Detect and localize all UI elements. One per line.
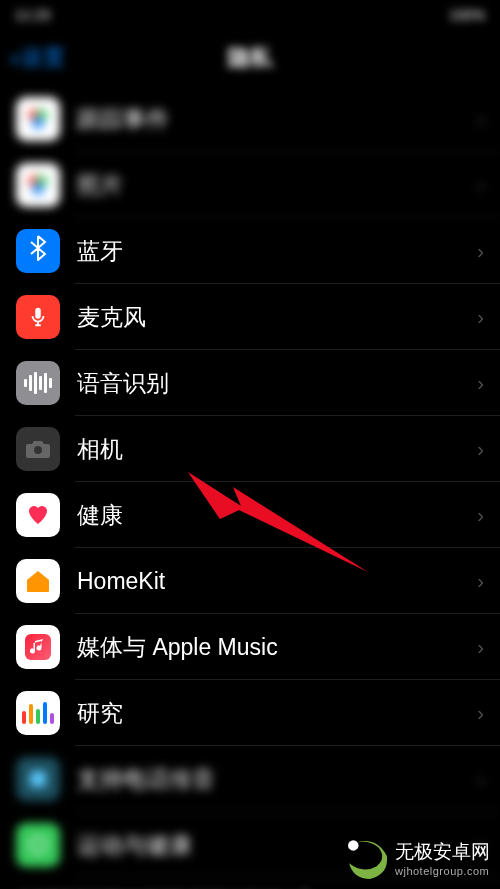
- camera-icon: [16, 427, 60, 471]
- app-icon: [16, 97, 60, 141]
- svg-point-11: [348, 840, 359, 851]
- status-left: 11:23: [15, 7, 50, 23]
- chevron-right-icon: ›: [477, 240, 484, 263]
- chevron-right-icon: ›: [477, 702, 484, 725]
- nav-bar: ‹ 设置 隐私: [0, 30, 500, 86]
- app-icon: [16, 163, 60, 207]
- list-item[interactable]: 照片›: [0, 152, 500, 218]
- back-button[interactable]: ‹ 设置: [10, 42, 65, 74]
- status-right: 100%: [449, 7, 485, 23]
- list-item[interactable]: 蓝牙›: [0, 218, 500, 284]
- chevron-right-icon: ›: [477, 570, 484, 593]
- app-icon: [16, 823, 60, 867]
- item-label: HomeKit: [77, 568, 477, 595]
- watermark-url: wjhotelgroup.com: [395, 865, 490, 877]
- chevron-right-icon: ›: [477, 504, 484, 527]
- bluetooth-icon: [16, 229, 60, 273]
- chevron-right-icon: ›: [477, 108, 484, 131]
- chevron-right-icon: ›: [477, 636, 484, 659]
- item-label: 跟踪事件: [77, 104, 477, 135]
- watermark: 无极安卓网 wjhotelgroup.com: [347, 837, 490, 879]
- chevron-left-icon: ‹: [10, 42, 19, 74]
- music-icon: [16, 625, 60, 669]
- svg-point-10: [30, 837, 46, 853]
- list-item[interactable]: 支持电话传音›: [0, 746, 500, 812]
- list-item[interactable]: 麦克风›: [0, 284, 500, 350]
- footer-text: 在使用某某应用时的某些数据可能会同步到上面。: [0, 878, 500, 889]
- watermark-name: 无极安卓网: [395, 839, 490, 865]
- health-icon: [16, 493, 60, 537]
- microphone-icon: [16, 295, 60, 339]
- research-icon: [16, 691, 60, 735]
- list-item[interactable]: 研究›: [0, 680, 500, 746]
- svg-point-7: [34, 446, 42, 454]
- svg-point-2: [32, 117, 44, 129]
- item-label: 语音识别: [77, 368, 477, 399]
- list-item[interactable]: 相机›: [0, 416, 500, 482]
- item-label: 蓝牙: [77, 236, 477, 267]
- list-item[interactable]: HomeKit›: [0, 548, 500, 614]
- chevron-right-icon: ›: [477, 372, 484, 395]
- status-bar: 11:23 100%: [0, 0, 500, 30]
- back-label: 设置: [21, 43, 65, 73]
- item-label: 研究: [77, 698, 477, 729]
- list-item[interactable]: 健康›: [0, 482, 500, 548]
- app-icon: [16, 757, 60, 801]
- svg-rect-6: [35, 308, 41, 319]
- homekit-icon: [16, 559, 60, 603]
- page-title: 隐私: [228, 43, 272, 73]
- settings-list: 跟踪事件›照片›蓝牙›麦克风›语音识别›相机›健康›HomeKit›媒体与 Ap…: [0, 86, 500, 878]
- watermark-logo-icon: [347, 837, 389, 879]
- item-label: 媒体与 Apple Music: [77, 632, 477, 663]
- svg-rect-9: [30, 771, 46, 787]
- svg-point-5: [32, 183, 44, 195]
- item-label: 麦克风: [77, 302, 477, 333]
- voice-recognition-icon: [16, 361, 60, 405]
- item-label: 照片: [77, 170, 477, 201]
- item-label: 支持电话传音: [77, 764, 477, 795]
- item-label: 相机: [77, 434, 477, 465]
- list-item[interactable]: 跟踪事件›: [0, 86, 500, 152]
- list-item[interactable]: 语音识别›: [0, 350, 500, 416]
- chevron-right-icon: ›: [477, 438, 484, 461]
- chevron-right-icon: ›: [477, 174, 484, 197]
- item-label: 健康: [77, 500, 477, 531]
- chevron-right-icon: ›: [477, 306, 484, 329]
- list-item[interactable]: 媒体与 Apple Music›: [0, 614, 500, 680]
- chevron-right-icon: ›: [477, 768, 484, 791]
